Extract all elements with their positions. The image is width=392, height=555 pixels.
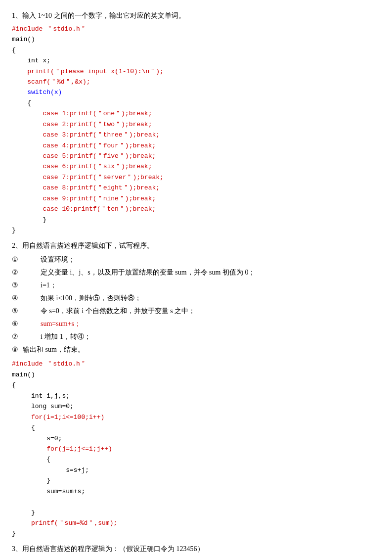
code-line: scanf(＂%d＂,&x); [12,77,380,87]
code-line: { [12,422,380,433]
desc-text: sum=sum+s； [23,318,81,330]
code-line: case 7:printf(＂server＂);break; [12,172,380,183]
code-line: case 6:printf(＂six＂);break; [12,161,380,172]
code-line: case 4:printf(＂four＂);break; [12,140,380,151]
code-line: { [12,45,380,55]
code-line: long sum=0; [12,401,380,412]
code-line: #include ＂stdio.h＂ [12,24,380,34]
section-1: 1、输入 1~10 之间的一个数字，输出它对应的英文单词。 #include ＂… [12,10,380,236]
code-line: printf(＂please input x(1-10):\n＂); [12,66,380,77]
section-2: 2、用自然语言描述程序逻辑如下，试写程序。 ① 设置环境； ② 定义变量 i、j… [12,240,380,539]
code-line: main() [12,370,380,380]
code-line: case 2:printf(＂two＂);break; [12,119,380,130]
code-line: } [12,528,380,539]
code-line: s=0; [12,433,380,444]
desc-num: ④ [12,292,23,305]
desc-text: 输出和 sum，结束。 [23,343,85,356]
code-line: { [12,454,380,464]
desc-text: 令 s=0，求前 i 个自然数之和，并放于变量 s 之中； [23,305,195,318]
page-content: 1、输入 1~10 之间的一个数字，输出它对应的英文单词。 #include ＂… [12,10,380,555]
desc-text: 如果 i≤100，则转⑤，否则转⑧； [23,292,141,305]
code-line: for(i=1;i<=100;i++) [12,412,380,422]
desc-num: ① [12,253,23,266]
desc-text: 设置环境； [23,253,75,266]
code-line: printf(＂sum=%d＂,sum); [12,518,380,528]
code-line: { [12,98,380,108]
desc-num: ⑥ [12,318,23,330]
section-2-title: 2、用自然语言描述程序逻辑如下，试写程序。 [12,240,380,252]
desc-text: i=1； [23,279,57,292]
desc-line: ① 设置环境； [12,253,380,266]
desc-num: ② [12,266,23,279]
desc-num: ⑦ [12,330,23,343]
desc-text: 定义变量 i、j、s，以及用于放置结果的变量 sum，并令 sum 初值为 0； [23,266,255,279]
section-3-title: 3、用自然语言描述的程序逻辑为：（假设正确口令为 123456） [12,543,380,555]
section-1-title: 1、输入 1~10 之间的一个数字，输出它对应的英文单词。 [12,10,380,22]
code-line: sum=sum+s; [12,486,380,497]
code-line: case 8:printf(＂eight＂);break; [12,183,380,193]
code-line: for(j=1;j<=i;j++) [12,444,380,454]
section-2-desc: ① 设置环境； ② 定义变量 i、j、s，以及用于放置结果的变量 sum，并令 … [12,253,380,356]
desc-line: ④ 如果 i≤100，则转⑤，否则转⑧； [12,292,380,305]
code-line: case 3:printf(＂three＂);break; [12,130,380,140]
desc-num: ⑧ [12,343,23,356]
code-line: #include ＂stdio.h＂ [12,359,380,369]
code-line: s=s+j; [12,465,380,475]
section-3: 3、用自然语言描述的程序逻辑为：（假设正确口令为 123456） ① 设置环境；… [12,543,380,555]
desc-num: ③ [12,279,23,292]
code-line: case 10:printf(＂ten＂);break; [12,204,380,214]
code-line: } [12,475,380,486]
desc-line: ③ i=1； [12,279,380,292]
code-line: case 9:printf(＂nine＂);break; [12,193,380,204]
code-line: switch(x) [12,87,380,97]
desc-line: ② 定义变量 i、j、s，以及用于放置结果的变量 sum，并令 sum 初值为 … [12,266,380,279]
desc-text: i 增加 1，转④； [23,330,91,343]
code-line: { [12,380,380,390]
code-line: int i,j,s; [12,391,380,401]
code-line: int x; [12,55,380,66]
code-line [12,497,380,507]
code-line: case 5:printf(＂five＂);break; [12,151,380,161]
code-line: main() [12,34,380,45]
desc-line: ⑤ 令 s=0，求前 i 个自然数之和，并放于变量 s 之中； [12,305,380,318]
desc-line: ⑧ 输出和 sum，结束。 [12,343,380,356]
code-line: } [12,508,380,518]
code-line: } [12,225,380,235]
desc-num: ⑤ [12,305,23,318]
code-line: case 1:printf(＂one＂);break; [12,108,380,119]
section-2-code: #include ＂stdio.h＂ main() { int i,j,s; l… [12,359,380,539]
desc-line: ⑥ sum=sum+s； [12,318,380,330]
desc-line: ⑦ i 增加 1，转④； [12,330,380,343]
section-1-code: #include ＂stdio.h＂ main() { int x; print… [12,24,380,236]
code-line: } [12,215,380,225]
